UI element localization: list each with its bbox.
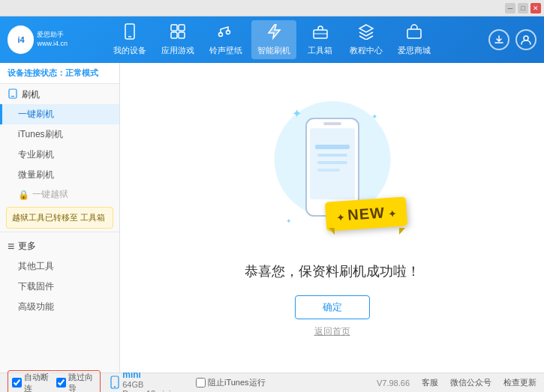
logo-icon: i4 [8,25,34,54]
close-button[interactable]: ✕ [530,3,541,13]
lock-icon: 🔒 [18,190,29,200]
svg-rect-23 [317,169,340,172]
auto-disconnect-input[interactable] [12,378,22,388]
maximize-button[interactable]: □ [518,3,528,13]
device-version: Down-12mini-13,1 [122,389,181,393]
nav-item-store[interactable]: 爱思商城 [392,20,437,59]
nav-item-ringtones[interactable]: 铃声壁纸 [203,20,248,59]
svg-rect-21 [317,154,347,157]
wechat-link[interactable]: 微信公众号 [450,377,491,388]
user-button[interactable] [515,29,536,50]
store-icon [406,23,422,43]
svg-rect-5 [179,25,185,31]
flash-section-title[interactable]: 刷机 [0,84,119,104]
toolbox-icon [312,23,329,43]
skip-wizard-input[interactable] [56,378,66,388]
sidebar: 设备连接状态：正常模式 刷机 一键刷机 iTunes刷机 专业刷机 微量刷机 🔒 [0,63,120,373]
tutorial-icon [358,23,374,43]
svg-point-25 [114,386,116,388]
svg-rect-20 [315,145,350,149]
nav-item-smart-flash[interactable]: 智能刷机 [251,20,296,59]
svg-point-13 [524,36,528,40]
title-bar: ─ □ ✕ [0,0,544,16]
svg-rect-12 [407,29,421,38]
sidebar-item-other-tools[interactable]: 其他工具 [0,256,119,277]
success-illustration: ✦ ✦ ✦ ✦ NEW ✦ [265,97,400,247]
nav-item-apps[interactable]: 应用游戏 [155,20,200,59]
header-right [476,29,536,50]
svg-rect-4 [171,25,177,31]
sparkle-icon: ✦ [292,106,302,121]
download-button[interactable] [488,29,509,50]
svg-point-8 [219,33,223,37]
bottom-right: V7.98.66 客服 微信公众号 检查更新 [377,377,536,388]
device-icon [122,23,138,43]
logo-area: i4 爱思助手 www.i4.cn [8,25,68,54]
svg-rect-19 [323,122,341,125]
bottom-bar: 自动断连 跳过向导 iPhone 12 mini 64GB Down-12min… [0,373,544,392]
main-nav: 我的设备 应用游戏 铃声壁纸 [68,20,476,59]
sidebar-item-restore-flash[interactable]: 微量刷机 [0,165,119,185]
nav-item-my-device[interactable]: 我的设备 [107,20,152,59]
auto-disconnect-checkbox[interactable]: 自动断连 [12,372,52,393]
success-message: 恭喜您，保资料刷机成功啦！ [245,262,420,280]
logo-text: 爱思助手 www.i4.cn [37,31,68,48]
confirm-button[interactable]: 确定 [295,295,370,319]
jailbreak-note: 越狱工具已转移至 工具箱 [6,207,113,229]
sparkle-icon-2: ✦ [371,112,377,121]
sidebar-item-pro-flash[interactable]: 专业刷机 [0,145,119,165]
nav-item-tutorial[interactable]: 教程中心 [344,20,389,59]
svg-text:i4: i4 [17,35,25,44]
sidebar-item-download-firmware[interactable]: 下载固件 [0,277,119,297]
return-home-link[interactable]: 返回首页 [314,325,350,338]
svg-rect-6 [171,32,177,38]
version-label: V7.98.66 [377,379,410,388]
sidebar-item-one-click-flash[interactable]: 一键刷机 [0,104,119,124]
header: i4 爱思助手 www.i4.cn 我的设备 [0,16,544,63]
svg-rect-22 [317,161,347,164]
block-itunes-input[interactable] [196,378,206,388]
skip-wizard-checkbox[interactable]: 跳过向导 [56,372,96,393]
flash-icon [266,23,282,43]
more-section-icon: ≡ [8,240,14,253]
svg-point-9 [227,31,230,34]
service-link[interactable]: 客服 [422,377,438,388]
sparkle-icon-3: ✦ [286,217,292,225]
sidebar-item-advanced[interactable]: 高级功能 [0,297,119,317]
locked-jailbreak: 🔒 一键越狱 [0,185,119,204]
main-layout: 设备连接状态：正常模式 刷机 一键刷机 iTunes刷机 专业刷机 微量刷机 🔒 [0,63,544,373]
device-storage: 64GB [122,380,181,389]
svg-rect-7 [179,32,185,38]
apps-icon [170,23,186,43]
checkbox-group: 自动断连 跳过向导 [8,370,101,393]
footer-note: 阻止iTunes运行 [188,377,369,388]
ringtone-icon [218,23,234,43]
block-itunes-checkbox[interactable]: 阻止iTunes运行 [196,377,266,388]
minimize-button[interactable]: ─ [505,3,515,13]
connection-status: 设备连接状态：正常模式 [0,63,119,84]
main-content: ✦ ✦ ✦ ✦ NEW ✦ [120,63,544,373]
flash-section-icon [8,88,18,101]
sidebar-divider [0,232,119,232]
phone-small-icon [110,376,119,391]
nav-item-toolbox[interactable]: 工具箱 [299,20,341,59]
new-badge: ✦ NEW ✦ [325,196,408,231]
sidebar-item-itunes-flash[interactable]: iTunes刷机 [0,124,119,145]
update-link[interactable]: 检查更新 [503,377,536,388]
more-section-title[interactable]: ≡ 更多 [0,235,119,256]
svg-rect-14 [9,89,17,98]
